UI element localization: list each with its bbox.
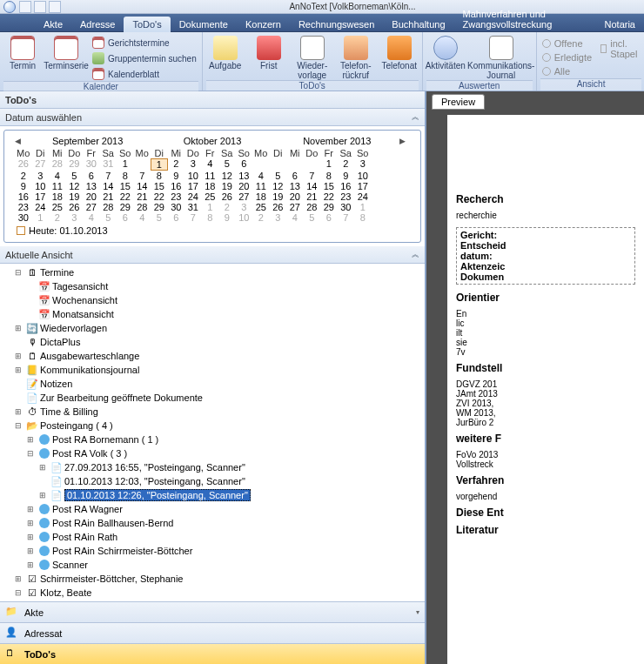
calendar-day[interactable]: 30 <box>15 212 32 223</box>
tree-post-ballhausen[interactable]: ⊞Post RAin Ballhausen-Bernd <box>0 516 425 530</box>
calendar-day[interactable]: 11 <box>202 171 219 181</box>
calendar-day[interactable]: 12 <box>66 181 84 191</box>
calendar-day[interactable]: 28 <box>304 202 321 212</box>
calendar-day[interactable]: 3 <box>66 212 84 223</box>
calendar-day[interactable]: 24 <box>32 202 50 212</box>
calendar-day[interactable]: 10 <box>354 171 372 181</box>
calendar-day[interactable]: 1 <box>32 212 50 223</box>
calendar-day[interactable]: 7 <box>134 171 151 181</box>
calendar-day[interactable]: 2 <box>49 212 66 223</box>
tree-monatsansicht[interactable]: 📅Monatsansicht <box>0 307 425 321</box>
calendar-day[interactable]: 27 <box>32 158 50 171</box>
calendar-day[interactable]: 15 <box>151 181 168 191</box>
calendar-day[interactable]: 29 <box>320 202 338 212</box>
terminserie-button[interactable]: Terminserie <box>47 34 85 81</box>
navbar-adressat[interactable]: 👤Adressat <box>0 622 425 643</box>
calendar-day[interactable]: 23 <box>15 202 32 212</box>
calendar-day[interactable]: 21 <box>134 191 151 202</box>
telefon-rueckruf-button[interactable]: Telefon- rückruf <box>337 34 375 80</box>
calendar-day[interactable] <box>304 158 321 171</box>
calendar-day[interactable]: 29 <box>66 158 84 171</box>
calendar-day[interactable]: 4 <box>83 212 100 223</box>
calendar-day[interactable]: 2 <box>218 202 236 212</box>
calendar-day[interactable]: 19 <box>270 191 287 202</box>
calendar-day[interactable] <box>286 158 304 171</box>
tree-post-schirrmeister[interactable]: ⊞Post RAin Schirrmeister-Böttcher <box>0 544 425 558</box>
calendar-day[interactable]: 1 <box>320 158 338 171</box>
calendar-day[interactable]: 5 <box>151 212 168 223</box>
calendar-day[interactable]: 8 <box>117 171 134 181</box>
tree-post-volk[interactable]: ⊟Post RA Volk ( 3 ) <box>0 446 425 460</box>
calendar-day[interactable]: 6 <box>236 158 253 171</box>
calendar-day[interactable]: 2 <box>338 158 355 171</box>
calendar-day[interactable]: 10 <box>184 171 202 181</box>
calendar-day[interactable]: 11 <box>49 181 66 191</box>
calendar-day[interactable]: 6 <box>168 212 185 223</box>
calendar-day[interactable]: 17 <box>32 191 50 202</box>
tab-dokumente[interactable]: Dokumente <box>171 17 237 32</box>
calendar-day[interactable]: 31 <box>184 202 202 212</box>
tree-time-billing[interactable]: ⊞⏱Time & Billing <box>0 405 425 419</box>
calendar-day[interactable]: 17 <box>354 181 372 191</box>
calendar-day[interactable]: 1 <box>117 158 134 171</box>
aufgabe-button[interactable]: Aufgabe <box>206 34 245 80</box>
calendar-day[interactable]: 30 <box>83 158 100 171</box>
tree-schirrmeister-person[interactable]: ⊞☑Schirrmeister-Böttcher, Stephanie <box>0 572 425 586</box>
calendar-day[interactable]: 15 <box>320 181 338 191</box>
calendar-day[interactable]: 4 <box>286 212 304 223</box>
calendar-day[interactable]: 2 <box>252 212 270 223</box>
filter-offene-radio[interactable]: Offene <box>540 37 594 50</box>
calendar-day[interactable]: 29 <box>151 202 168 212</box>
calendar-day[interactable]: 17 <box>184 181 202 191</box>
calendar-day[interactable]: 25 <box>49 202 66 212</box>
filter-alle-radio[interactable]: Alle <box>540 65 594 77</box>
qat-save-icon[interactable] <box>19 1 31 13</box>
today-link[interactable]: Heute: 01.10.2013 <box>15 223 410 238</box>
calendar-day[interactable]: 28 <box>100 202 117 212</box>
calendar-day[interactable]: 13 <box>83 181 100 191</box>
calendar-day[interactable]: 5 <box>218 158 236 171</box>
incl-stapel-checkbox[interactable]: incl. Stapel <box>599 37 641 60</box>
calendar-day[interactable]: 8 <box>151 171 168 181</box>
calendar-day[interactable]: 2 <box>168 158 185 171</box>
tab-notariat[interactable]: Notaria <box>596 17 644 32</box>
termin-button[interactable]: Termin <box>3 34 42 81</box>
calendar-day[interactable]: 19 <box>66 191 84 202</box>
kalenderblatt-button[interactable]: Kalenderblatt <box>91 67 198 81</box>
calendar-day[interactable]: 18 <box>49 191 66 202</box>
calendar-day[interactable]: 30 <box>168 202 185 212</box>
month-1[interactable]: September 2013 <box>25 136 150 146</box>
calendar-day[interactable]: 22 <box>117 191 134 202</box>
qat-undo-icon[interactable] <box>34 1 46 13</box>
calendar-day[interactable]: 11 <box>252 181 270 191</box>
calendar-day[interactable]: 6 <box>286 171 304 181</box>
calendar-day[interactable]: 13 <box>286 181 304 191</box>
tab-mahnverfahren[interactable]: Mahnverfahren und Zwangsvollstreckung <box>454 6 596 32</box>
date-select-bar[interactable]: Datum auswählen ︽ <box>0 109 425 126</box>
calendar-day[interactable]: 1 <box>354 202 372 212</box>
calendar-day[interactable]: 13 <box>236 171 253 181</box>
calendar-day[interactable]: 5 <box>270 171 287 181</box>
calendar-day[interactable]: 4 <box>252 171 270 181</box>
app-orb-icon[interactable] <box>3 1 16 13</box>
calendar-day[interactable]: 19 <box>218 181 236 191</box>
calendar-day[interactable]: 14 <box>304 181 321 191</box>
preview-tab[interactable]: Preview <box>432 94 485 110</box>
tab-adresse[interactable]: Adresse <box>71 17 124 32</box>
calendar-day[interactable]: 28 <box>134 202 151 212</box>
calendar-day[interactable]: 3 <box>184 158 202 171</box>
calendar-day[interactable]: 26 <box>66 202 84 212</box>
tree-kommunikationsjournal[interactable]: ⊞📒Kommunikationsjournal <box>0 363 425 377</box>
calendar-day[interactable]: 9 <box>338 171 355 181</box>
calendar-day[interactable]: 3 <box>32 171 50 181</box>
calendar-day[interactable]: 31 <box>100 158 117 171</box>
tree-dictaplus[interactable]: 🎙DictaPlus <box>0 335 425 349</box>
komm-journal-button[interactable]: Kommunikations- Journal <box>470 34 533 80</box>
calendar-day[interactable]: 26 <box>15 158 32 171</box>
calendar-day[interactable]: 12 <box>270 181 287 191</box>
calendar-day[interactable]: 18 <box>252 191 270 202</box>
calendar-day[interactable]: 22 <box>151 191 168 202</box>
tree-posteingang[interactable]: ⊟📂Posteingang ( 4 ) <box>0 419 425 433</box>
gruppentermin-button[interactable]: Gruppentermin suchen <box>91 51 198 65</box>
calendar-day[interactable]: 4 <box>202 158 219 171</box>
